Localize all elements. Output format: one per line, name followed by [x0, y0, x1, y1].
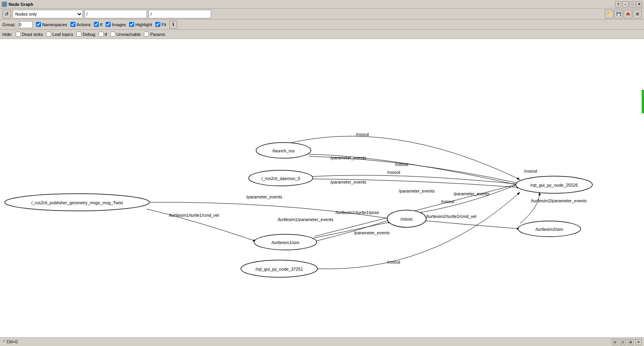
edge-label-param-daemon: /parameter_events	[330, 180, 366, 184]
edge-t2cmdvel	[411, 219, 520, 229]
edge-label-t2cmdvel: /turtlesim2/turtle1/cmd_vel	[426, 214, 476, 219]
node-label-launch-ros: /launch_ros	[273, 148, 295, 153]
toolbar: ↺ Nodes only Nodes/Topics (active) Nodes…	[0, 9, 644, 20]
hide-label: Hide:	[2, 32, 13, 37]
edge-label-rosout-launch2: /rosout	[395, 162, 408, 167]
edge-rosout-rqt37	[315, 192, 520, 269]
params-label[interactable]: Params	[144, 32, 165, 37]
save-button[interactable]: 💾	[614, 10, 623, 18]
edge-label-rosout-rqt37: /rosout	[387, 260, 400, 264]
status-bar: ⌃ Ctrl+G ⊟ ⊡ ⊞ ✕	[0, 337, 644, 346]
options-bar: Group: Namespaces Actions tf Images High…	[0, 20, 644, 30]
help-btn[interactable]: ?	[615, 1, 621, 7]
status-right-buttons: ⊟ ⊡ ⊞ ✕	[612, 339, 642, 345]
edge-label-rosout-mimic: /rosout	[441, 199, 454, 204]
edge-label-param-pub: /parameter_events	[246, 194, 282, 199]
actions-label[interactable]: Actions	[70, 22, 91, 27]
window-controls: ? ─ □ ✕	[615, 1, 642, 7]
status-btn-2[interactable]: ⊡	[620, 339, 626, 345]
unreachable-checkbox[interactable]	[110, 32, 115, 37]
minimize-btn[interactable]: ─	[622, 1, 628, 7]
status-btn-close[interactable]: ✕	[635, 339, 642, 345]
main-window: 🔷 Node Graph ? ─ □ ✕ ↺ Nodes only Nodes/…	[0, 0, 644, 346]
fit-label[interactable]: Fit	[155, 22, 166, 27]
info-button[interactable]: ℹ	[169, 21, 177, 29]
edge-label-t1param: /turtlesim1/parameter_events	[278, 217, 334, 222]
group-label: Group:	[2, 22, 16, 27]
edge-label-rosout-rqt: /rosout	[524, 169, 537, 173]
node-label-t1sim: /turtlesim1/sim	[272, 240, 300, 245]
node-label-t2sim: /turtlesim2/sim	[536, 227, 563, 232]
maximize-graph-button[interactable]: ⊞	[633, 10, 642, 18]
tf-checkbox[interactable]	[94, 22, 99, 27]
status-btn-3[interactable]: ⊞	[628, 339, 634, 345]
tf-option-label[interactable]: tf	[94, 22, 102, 27]
node-label-rqt25: /rqt_gui_py_node_25526	[530, 183, 578, 187]
node-label-mimic: /mimic	[400, 217, 413, 221]
edge-label-param-rqt25: /parameter_events	[454, 191, 490, 196]
group-input[interactable]	[19, 21, 33, 28]
images-checkbox[interactable]	[106, 22, 111, 27]
debug-checkbox[interactable]	[76, 32, 81, 37]
hide-bar: Hide: Dead sinks Leaf topics Debug tf Un…	[0, 30, 644, 39]
status-btn-1[interactable]: ⊟	[612, 339, 618, 345]
display-mode-select[interactable]: Nodes only Nodes/Topics (active) Nodes/T…	[13, 10, 83, 18]
namespaces-checkbox[interactable]	[36, 22, 41, 27]
refresh-button[interactable]: ↺	[2, 10, 11, 18]
dead-sinks-checkbox[interactable]	[16, 32, 21, 37]
graph-canvas[interactable]: /rosout /parameter_events /rosout /param…	[0, 39, 644, 337]
graph-svg: /rosout /parameter_events /rosout /param…	[0, 39, 644, 337]
edge-label-cmdvel: /turtlesim1/turtle1/cmd_vel	[169, 213, 219, 218]
tf-hide-label[interactable]: tf	[99, 32, 107, 37]
edge-label-t1param-rqt: /parameter_events	[399, 189, 435, 193]
leaf-topics-label[interactable]: Leaf topics	[46, 32, 73, 37]
edge-label-rosout-top: /rosout	[356, 132, 369, 137]
edge-rosout-top	[283, 136, 520, 180]
title-bar: 🔷 Node Graph ? ─ □ ✕	[0, 0, 644, 9]
dead-sinks-label[interactable]: Dead sinks	[16, 32, 43, 37]
images-label[interactable]: Images	[106, 22, 126, 27]
debug-label[interactable]: Debug	[76, 32, 95, 37]
namespaces-label[interactable]: Namespaces	[36, 22, 67, 27]
params-checkbox[interactable]	[144, 32, 149, 37]
window-title: Node Graph	[9, 2, 615, 7]
unreachable-label[interactable]: Unreachable	[110, 32, 141, 37]
tf-hide-checkbox[interactable]	[99, 32, 104, 37]
export-button[interactable]: 📤	[624, 10, 632, 18]
edge-label-t2param: /turtlesim2/parameter_events	[531, 198, 587, 203]
edge-rosout-mimic	[411, 184, 520, 214]
node-label-publisher: /_ros2cli_publisher_geometry_msgs_msg_Tw…	[31, 200, 123, 205]
node-label-rqt37: /rqt_gui_py_node_37251	[255, 267, 303, 271]
leaf-topics-checkbox[interactable]	[46, 32, 51, 37]
edge-label-t1pose: /turtlesim1/turtle1/pose	[335, 210, 379, 215]
highlight-label[interactable]: Highlight	[129, 22, 152, 27]
maximize-title-btn[interactable]: □	[629, 1, 635, 7]
edge-label-rosout-daemon: /rosout	[387, 170, 400, 175]
app-icon: 🔷	[2, 2, 7, 7]
open-button[interactable]: 📂	[605, 10, 614, 18]
edge-t2param	[520, 192, 540, 223]
highlight-input[interactable]	[149, 10, 211, 18]
keyboard-shortcut: ⌃ Ctrl+G	[2, 340, 18, 344]
actions-checkbox[interactable]	[70, 22, 75, 27]
edge-label-param-mimic: /parameter_events	[354, 230, 390, 235]
close-btn[interactable]: ✕	[636, 1, 642, 7]
edge-t1pose	[313, 222, 391, 238]
highlight-checkbox[interactable]	[129, 22, 134, 27]
node-label-daemon: /_ros2cli_daemon_0	[261, 176, 300, 181]
fit-checkbox[interactable]	[155, 22, 160, 27]
namespace-input[interactable]	[84, 10, 147, 18]
toolbar-right-buttons: 📂 💾 📤 ⊞	[605, 10, 642, 18]
